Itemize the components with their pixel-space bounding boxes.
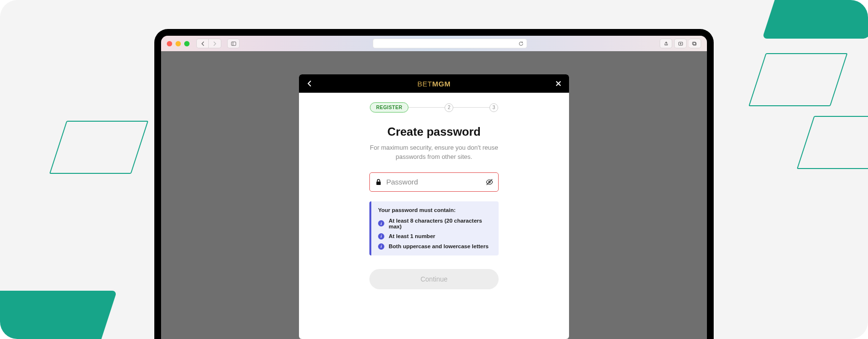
requirements-heading: Your password must contain: (378, 207, 492, 213)
url-bar[interactable] (373, 39, 527, 48)
eye-off-icon[interactable] (486, 178, 493, 186)
step-2: 2 (445, 103, 453, 112)
decorative-outline (748, 53, 848, 106)
share-icon (664, 41, 669, 46)
password-requirements: Your password must contain: i At least 8… (369, 201, 499, 255)
brand-part2: MGM (432, 80, 450, 88)
requirement-item: i At least 1 number (378, 233, 492, 240)
info-icon: i (378, 233, 384, 240)
progress-stepper: REGISTER 2 3 (370, 102, 498, 113)
close-icon[interactable] (555, 80, 562, 87)
requirement-item: i At least 8 characters (20 characters m… (378, 218, 492, 229)
browser-viewport: BETMGM REGISTER 2 3 Create password (161, 51, 707, 339)
requirement-text: At least 1 number (389, 233, 435, 239)
close-window-button[interactable] (167, 41, 172, 46)
modal-body: REGISTER 2 3 Create password For maximum… (299, 93, 569, 305)
laptop-frame: BETMGM REGISTER 2 3 Create password (154, 29, 714, 339)
window-controls (167, 41, 190, 46)
decorative-outline (49, 121, 149, 174)
page-subtitle: For maximum security, ensure you don't r… (354, 143, 514, 162)
continue-button[interactable]: Continue (369, 269, 499, 289)
reload-icon (518, 41, 524, 46)
brand-logo: BETMGM (418, 80, 451, 88)
step-connector (453, 107, 489, 108)
decorative-shape (762, 0, 868, 39)
svg-rect-5 (377, 182, 381, 185)
svg-rect-0 (231, 42, 235, 45)
sidebar-icon (231, 41, 236, 46)
info-icon: i (378, 220, 384, 226)
chevron-right-icon (212, 41, 217, 46)
info-icon: i (378, 243, 384, 250)
back-button[interactable] (196, 39, 209, 48)
forward-button[interactable] (209, 39, 221, 48)
chevron-left-icon (200, 41, 205, 46)
requirement-text: Both uppercase and lowercase letters (389, 243, 488, 249)
modal-header: BETMGM (299, 74, 569, 93)
tabs-button[interactable] (689, 39, 701, 48)
laptop-screen: BETMGM REGISTER 2 3 Create password (161, 36, 707, 339)
step-3: 3 (489, 103, 498, 112)
sidebar-toggle-button[interactable] (227, 39, 240, 48)
browser-chrome (161, 36, 707, 51)
tabs-icon (692, 41, 697, 46)
requirement-text: At least 8 characters (20 characters max… (389, 218, 492, 229)
brand-part1: BET (418, 80, 433, 88)
step-current: REGISTER (370, 102, 408, 113)
new-tab-button[interactable] (674, 39, 687, 48)
lock-icon (375, 178, 382, 186)
decorative-outline (797, 116, 868, 169)
minimize-window-button[interactable] (176, 41, 181, 46)
page-title: Create password (387, 125, 480, 139)
registration-modal: BETMGM REGISTER 2 3 Create password (299, 74, 569, 339)
step-connector (408, 107, 445, 108)
requirement-item: i Both uppercase and lowercase letters (378, 243, 492, 250)
back-icon[interactable] (306, 80, 313, 87)
decorative-shape (0, 291, 117, 339)
password-input[interactable] (386, 178, 482, 186)
maximize-window-button[interactable] (184, 41, 190, 46)
page-background: BETMGM REGISTER 2 3 Create password (0, 0, 868, 339)
password-field-wrapper[interactable] (369, 172, 499, 192)
share-button[interactable] (660, 39, 672, 48)
plus-tab-icon (678, 41, 683, 46)
